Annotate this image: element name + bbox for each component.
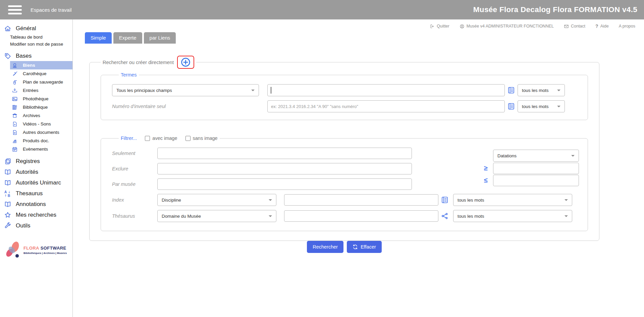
carrot-icon xyxy=(12,71,18,77)
app-title: Musée Flora Decalog Flora FORMATION v4.5 xyxy=(473,5,637,14)
svg-text:↑: ↑ xyxy=(4,194,7,197)
sans-image-label: sans image xyxy=(193,136,218,141)
sidebar-item-entrees[interactable]: Entrées xyxy=(10,86,72,95)
sidebar-section-thesaurus[interactable]: A↓↑BThesaurus xyxy=(0,188,72,199)
quitter-link[interactable]: Quitter xyxy=(430,24,449,29)
svg-text:B: B xyxy=(8,194,10,197)
sidebar-section-general[interactable]: Général xyxy=(0,23,72,34)
books-icon xyxy=(12,104,18,110)
aide-link[interactable]: ? Aide xyxy=(595,23,609,29)
sidebar-section-autorites-unimarc[interactable]: Autorités Unimarc xyxy=(0,177,72,188)
bases-list: BiensCarothèquePlan de sauvegardeEntrées… xyxy=(0,61,72,153)
mail-icon xyxy=(564,24,569,29)
filtrer-legend: Filtrer... avec image sans image xyxy=(119,136,220,141)
less-equal-icon[interactable]: ≤ xyxy=(484,176,488,184)
search-create-legend: Rechercher ou créer directement xyxy=(101,56,196,69)
chevron-down-icon xyxy=(565,199,568,201)
sidebar-item-phototheque[interactable]: Photothèque xyxy=(10,95,72,103)
sidebar-item-label: Bibliothèque xyxy=(23,105,48,110)
datation-lte-input[interactable] xyxy=(493,175,579,186)
par-musee-input[interactable] xyxy=(157,178,412,190)
effacer-label: Effacer xyxy=(361,244,376,250)
sidebar-item-tableau-de-bord[interactable]: Tableau de bord xyxy=(0,34,72,41)
menu-icon[interactable] xyxy=(8,5,22,14)
sidebar-section-bases[interactable]: Bases xyxy=(0,51,72,61)
exclure-input[interactable] xyxy=(157,163,412,174)
main-search-input[interactable] xyxy=(267,84,505,96)
sidebar-item-plan-de-sauvegarde[interactable]: Plan de sauvegarde xyxy=(10,78,72,86)
workspace-label[interactable]: Espaces de travail xyxy=(31,7,72,13)
stack-icon xyxy=(12,138,18,144)
greater-equal-icon[interactable]: ≥ xyxy=(484,164,488,172)
create-annotation-box xyxy=(177,56,194,69)
tab-par-liens[interactable]: par Liens xyxy=(144,32,176,44)
select-value: Tous les principaux champs xyxy=(116,88,172,93)
user-account[interactable]: Musée v4 ADMINISTRATEUR FONCTIONNEL xyxy=(460,24,554,29)
sidebar-section-label: Autorités xyxy=(16,169,38,175)
contact-link[interactable]: Contact xyxy=(564,24,585,29)
chevron-down-icon xyxy=(251,90,255,91)
tab-simple[interactable]: Simple xyxy=(85,32,112,44)
sidebar-item-carotheque[interactable]: Carothèque xyxy=(10,69,72,78)
aide-label: Aide xyxy=(600,24,609,29)
effacer-button[interactable]: Effacer xyxy=(347,241,382,253)
archive-box-icon xyxy=(12,113,18,119)
tab-experte[interactable]: Experte xyxy=(113,32,142,44)
word-mode-select-2[interactable]: tous les mots xyxy=(518,100,565,112)
index-field-select[interactable]: Discipline xyxy=(157,194,276,206)
avec-image-checkbox[interactable] xyxy=(145,136,150,141)
index-label: Index xyxy=(112,197,157,203)
datation-gte-input[interactable] xyxy=(493,163,579,174)
sans-image-checkbox[interactable] xyxy=(185,136,191,141)
sidebar-item-bibliotheque[interactable]: Bibliothèque xyxy=(10,103,72,111)
index-book-icon[interactable] xyxy=(441,196,449,204)
apropos-label: A propos xyxy=(619,24,635,29)
quitter-label: Quitter xyxy=(437,24,449,29)
sidebar-item-label: Vidéos - Sons xyxy=(23,121,51,126)
sidebar-section-label: Général xyxy=(16,25,36,32)
thesaurus-input[interactable] xyxy=(284,210,438,222)
datations-select[interactable]: Datations xyxy=(493,150,579,162)
index-book-icon[interactable] xyxy=(507,102,515,110)
datation-lte-row: ≤ xyxy=(493,175,579,186)
termes-row-2: Numéro d'inventaire seul tous les mots xyxy=(112,100,577,112)
sidebar-item-modifier-mot-de-passe[interactable]: Modifier son mot de passe xyxy=(0,41,72,48)
apropos-link[interactable]: A propos xyxy=(619,24,635,29)
refresh-icon xyxy=(353,244,358,250)
sidebar-item-biens[interactable]: Biens xyxy=(10,61,72,69)
index-input[interactable] xyxy=(284,194,438,206)
sidebar-section-label: Autorités Unimarc xyxy=(16,179,61,186)
sidebar-section-mes-recherches[interactable]: Mes recherches xyxy=(0,210,72,220)
rechercher-button[interactable]: Rechercher xyxy=(307,241,343,253)
sidebar-item-evenements[interactable]: Evènements xyxy=(10,145,72,153)
seulement-label: Seulement xyxy=(112,151,157,156)
sidebar-item-autres-documents[interactable]: Autres documents xyxy=(10,128,72,137)
field-scope-select[interactable]: Tous les principaux champs xyxy=(112,84,259,96)
calendar-icon xyxy=(12,146,18,152)
sidebar-section-outils[interactable]: Outils xyxy=(0,220,72,231)
seulement-input[interactable] xyxy=(157,148,412,159)
sidebar-item-archives[interactable]: Archives xyxy=(10,111,72,120)
sidebar-section-registres[interactable]: Registres xyxy=(0,156,72,167)
sidebar-item-produits-doc[interactable]: Produits doc. xyxy=(10,137,72,145)
sidebar-section-annotations[interactable]: Annotations xyxy=(0,199,72,210)
hierarchy-share-icon[interactable] xyxy=(441,212,449,220)
sort-az-icon: A↓↑B xyxy=(4,190,11,197)
sidebar-item-videos-sons[interactable]: Vidéos - Sons xyxy=(10,120,72,128)
plus-circle-icon[interactable] xyxy=(180,57,191,67)
sidebar-section-autorites[interactable]: Autorités xyxy=(0,167,72,177)
word-mode-select-1[interactable]: tous les mots xyxy=(518,84,565,96)
home-icon xyxy=(4,25,11,32)
brand-flora: FLORA xyxy=(23,246,39,251)
par-musee-label: Par musée xyxy=(112,181,157,187)
thesaurus-row: Thésaurus Domaine du Musée tous les mots xyxy=(112,210,577,222)
index-book-icon[interactable] xyxy=(507,86,515,94)
thesaurus-word-mode-select[interactable]: tous les mots xyxy=(453,210,572,222)
datations-column: Datations ≥ ≤ xyxy=(493,150,579,186)
datation-gte-row: ≥ xyxy=(493,163,579,174)
search-create-legend-text: Rechercher ou créer directement xyxy=(103,60,174,65)
brand-tagline: Bibliothèques | Archives | Musées xyxy=(23,252,67,255)
inventory-number-input[interactable] xyxy=(267,100,505,112)
thesaurus-field-select[interactable]: Domaine du Musée xyxy=(157,210,276,222)
index-word-mode-select[interactable]: tous les mots xyxy=(453,194,572,206)
